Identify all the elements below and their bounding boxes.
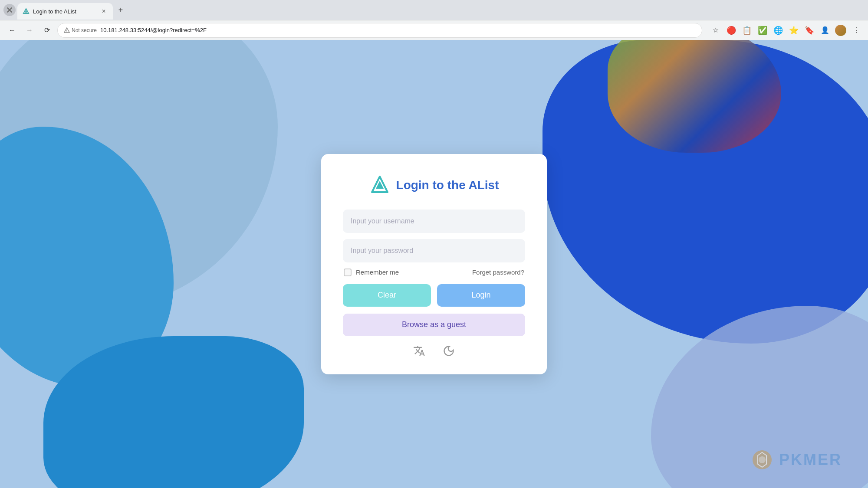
remember-left: Remember me bbox=[344, 269, 399, 276]
reload-button[interactable]: ⟳ bbox=[40, 23, 54, 37]
card-footer-icons bbox=[343, 345, 525, 357]
login-card-wrapper: Login to the AList Remember me Forget pa… bbox=[321, 154, 547, 374]
url-text: 10.181.248.33:5244/@login?redirect=%2F bbox=[100, 27, 207, 33]
remember-me-label: Remember me bbox=[356, 269, 399, 276]
remember-me-checkbox[interactable] bbox=[344, 269, 352, 276]
password-input[interactable] bbox=[343, 239, 525, 262]
back-button[interactable]: ← bbox=[5, 23, 19, 37]
page-background: Login to the AList Remember me Forget pa… bbox=[0, 40, 868, 488]
pkmer-watermark: PKMER bbox=[751, 449, 842, 471]
ext-icon-2[interactable]: 📋 bbox=[740, 24, 753, 37]
ext-icon-5[interactable]: ⭐ bbox=[787, 24, 800, 37]
login-button[interactable]: Login bbox=[437, 284, 525, 307]
bookmark-button[interactable]: ☆ bbox=[709, 24, 722, 37]
ext-icon-6[interactable]: 🔖 bbox=[803, 24, 816, 37]
avatar-button[interactable] bbox=[834, 24, 847, 37]
tab-close-icon[interactable]: ✕ bbox=[100, 7, 108, 15]
svg-point-7 bbox=[759, 456, 766, 463]
card-header: Login to the AList bbox=[343, 175, 525, 196]
ext-icon-4[interactable]: 🌐 bbox=[772, 24, 785, 37]
address-bar: ← → ⟳ Not secure 10.181.248.33:5244/@log… bbox=[0, 20, 868, 40]
url-bar[interactable]: Not secure 10.181.248.33:5244/@login?red… bbox=[57, 23, 702, 38]
ext-icon-1[interactable]: 🔴 bbox=[725, 24, 738, 37]
new-tab-button[interactable]: + bbox=[115, 4, 127, 16]
warning-icon bbox=[64, 27, 70, 33]
dark-mode-button[interactable] bbox=[443, 345, 455, 357]
remember-row: Remember me Forget password? bbox=[343, 269, 525, 276]
translate-icon bbox=[413, 345, 425, 357]
browser-chrome: Login to the AList ✕ + ← → ⟳ Not secure … bbox=[0, 0, 868, 40]
bg-blob-topright bbox=[608, 40, 781, 153]
action-buttons-row: Clear Login bbox=[343, 284, 525, 307]
pkmer-logo-icon bbox=[751, 449, 773, 471]
active-tab[interactable]: Login to the AList ✕ bbox=[17, 3, 113, 20]
toolbar-icons: ☆ 🔴 📋 ✅ 🌐 ⭐ 🔖 👤 ⋮ bbox=[709, 24, 863, 37]
forward-button[interactable]: → bbox=[23, 23, 36, 37]
clear-button[interactable]: Clear bbox=[343, 284, 431, 307]
alist-logo-icon bbox=[369, 175, 390, 196]
svg-rect-2 bbox=[66, 29, 67, 31]
tab-title: Login to the AList bbox=[33, 8, 96, 15]
username-input[interactable] bbox=[343, 210, 525, 233]
guest-button[interactable]: Browse as a guest bbox=[343, 314, 525, 336]
card-title: Login to the AList bbox=[396, 178, 499, 192]
forget-password-link[interactable]: Forget password? bbox=[472, 269, 524, 276]
menu-button[interactable]: ⋮ bbox=[850, 24, 863, 37]
not-secure-label: Not secure bbox=[72, 27, 97, 33]
security-indicator: Not secure bbox=[64, 27, 97, 33]
login-card: Login to the AList Remember me Forget pa… bbox=[321, 154, 547, 374]
ext-icon-3[interactable]: ✅ bbox=[756, 24, 769, 37]
moon-icon bbox=[443, 345, 455, 357]
tab-bar: Login to the AList ✕ + bbox=[0, 0, 868, 20]
pkmer-text: PKMER bbox=[779, 451, 842, 469]
profile-icon[interactable]: 👤 bbox=[819, 24, 832, 37]
tab-favicon bbox=[23, 8, 30, 15]
svg-rect-3 bbox=[66, 31, 67, 32]
window-controls[interactable] bbox=[3, 4, 16, 16]
language-button[interactable] bbox=[413, 345, 425, 357]
